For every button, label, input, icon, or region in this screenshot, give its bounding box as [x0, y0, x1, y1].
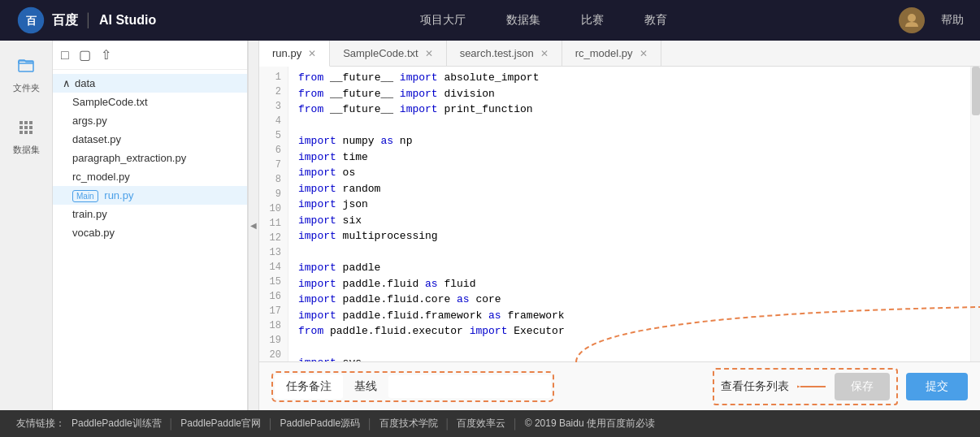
svg-text:百: 百	[26, 15, 37, 27]
svg-rect-9	[29, 126, 33, 129]
editor-area: run.py ✕ SampleCode.txt ✕ search.test.js…	[259, 41, 980, 410]
upload-icon[interactable]: ⇧	[101, 47, 111, 63]
baidu-logo-icon: 百	[16, 6, 46, 35]
bottom-bar: 任务备注 基线 查看任务列表 保存 提交	[259, 361, 980, 410]
user-avatar-icon	[902, 11, 921, 30]
brand-name: 百度	[52, 12, 78, 29]
footer-link-0[interactable]: PaddlePaddle训练营	[72, 417, 162, 431]
tab-samplecode-label: SampleCode.txt	[343, 47, 418, 59]
main-content: 文件夹 数据集 □ ▢ ⇧ ∧ data	[0, 41, 980, 410]
nav-right: 帮助	[899, 7, 964, 33]
new-file-icon[interactable]: □	[61, 48, 69, 63]
footer-link-4[interactable]: 百度效率云	[457, 417, 505, 431]
nav-item-education[interactable]: 教育	[644, 9, 667, 32]
tab-samplecode[interactable]: SampleCode.txt ✕	[330, 41, 447, 66]
list-item[interactable]: rc_model.py	[53, 167, 247, 186]
nav-item-competition[interactable]: 比赛	[581, 9, 604, 32]
file-runpy: run.py	[104, 189, 133, 201]
file-dataset: dataset.py	[72, 133, 121, 145]
svg-rect-5	[24, 121, 28, 124]
line-numbers: 123456789101112131415161718192021222324	[259, 67, 288, 361]
sidebar-item-datasets[interactable]	[10, 110, 42, 143]
sidebar-datasets-label: 数据集	[13, 144, 40, 156]
footer: 友情链接： PaddlePaddle训练营 │ PaddlePaddle官网 │…	[0, 410, 980, 437]
sidebar-files-label: 文件夹	[13, 82, 40, 94]
file-tree-header: □ ▢ ⇧	[53, 41, 247, 70]
task-notes-tab[interactable]: 任务备注	[275, 374, 343, 399]
list-item[interactable]: Main run.py	[53, 186, 247, 205]
tab-runpy[interactable]: run.py ✕	[259, 41, 330, 67]
task-input-group: 任务备注 基线	[271, 371, 554, 402]
code-editor[interactable]: 123456789101112131415161718192021222324 …	[259, 67, 980, 361]
list-item[interactable]: dataset.py	[53, 130, 247, 149]
svg-rect-7	[20, 126, 23, 129]
list-item[interactable]: train.py	[53, 205, 247, 223]
file-rcmodel: rc_model.py	[72, 171, 130, 183]
tab-searchtest-close[interactable]: ✕	[540, 48, 549, 59]
tab-rcmodel[interactable]: rc_model.py ✕	[562, 41, 661, 66]
file-args: args.py	[72, 115, 107, 127]
footer-link-2[interactable]: PaddlePaddle源码	[280, 417, 360, 431]
tab-samplecode-close[interactable]: ✕	[425, 48, 433, 59]
view-tasks-button[interactable]: 查看任务列表	[721, 379, 789, 394]
footer-link-3[interactable]: 百度技术学院	[379, 417, 438, 431]
product-name: AI Studio	[99, 13, 156, 28]
new-folder-icon[interactable]: ▢	[79, 47, 91, 63]
help-link[interactable]: 帮助	[941, 13, 964, 28]
collapse-handle[interactable]: ◀	[248, 41, 259, 410]
footer-copyright: © 2019 Baidu 使用百度前必读	[525, 417, 655, 431]
editor-scrollbar[interactable]	[970, 67, 980, 361]
code-content[interactable]: from __future__ import absolute_import f…	[288, 67, 970, 361]
task-input[interactable]	[388, 375, 551, 398]
arrow-left-icon	[797, 379, 826, 395]
file-tree-body: ∧ data SampleCode.txt args.py dataset.py…	[53, 70, 247, 410]
folder-data[interactable]: ∧ data	[53, 74, 247, 93]
top-navigation: 百 百度 │ AI Studio 项目大厅 数据集 比赛 教育 帮助	[0, 0, 980, 41]
svg-rect-6	[29, 121, 33, 124]
nav-item-projects[interactable]: 项目大厅	[420, 9, 466, 32]
svg-point-2	[908, 14, 916, 22]
file-paragraph: paragraph_extraction.py	[72, 152, 186, 164]
list-item[interactable]: vocab.py	[53, 223, 247, 242]
file-vocab: vocab.py	[72, 227, 115, 239]
file-train: train.py	[72, 208, 107, 220]
svg-rect-12	[29, 131, 33, 134]
tab-runpy-label: run.py	[272, 47, 301, 59]
folder-icon	[17, 56, 35, 74]
tab-rcmodel-close[interactable]: ✕	[640, 48, 648, 59]
chevron-down-icon: ∧	[63, 77, 71, 89]
folder-data-label: data	[75, 77, 95, 89]
sidebar: 文件夹 数据集	[0, 41, 53, 410]
file-samplecode: SampleCode.txt	[72, 96, 148, 108]
file-tree: □ ▢ ⇧ ∧ data SampleCode.txt args.py data…	[53, 41, 248, 410]
save-button[interactable]: 保存	[835, 373, 890, 400]
tab-bar: run.py ✕ SampleCode.txt ✕ search.test.js…	[259, 41, 980, 67]
scrollbar-thumb[interactable]	[972, 67, 980, 115]
tab-rcmodel-label: rc_model.py	[575, 47, 633, 59]
baseline-tab[interactable]: 基线	[343, 374, 388, 399]
tab-searchtest-label: search.test.json	[460, 47, 534, 59]
tab-runpy-close[interactable]: ✕	[308, 48, 316, 59]
svg-rect-4	[20, 121, 23, 124]
footer-link-1[interactable]: PaddlePaddle官网	[180, 417, 261, 431]
svg-rect-10	[20, 131, 23, 134]
nav-links: 项目大厅 数据集 比赛 教育	[189, 9, 899, 32]
datasets-icon	[17, 118, 35, 136]
tab-searchtest[interactable]: search.test.json ✕	[447, 41, 562, 66]
list-item[interactable]: paragraph_extraction.py	[53, 149, 247, 167]
svg-rect-11	[24, 131, 28, 134]
footer-prefix: 友情链接：	[16, 417, 65, 431]
nav-item-datasets[interactable]: 数据集	[506, 9, 540, 32]
submit-button[interactable]: 提交	[906, 373, 968, 400]
svg-rect-8	[24, 126, 28, 129]
list-item[interactable]: SampleCode.txt	[53, 93, 247, 111]
list-item[interactable]: args.py	[53, 111, 247, 130]
main-badge: Main	[72, 190, 98, 202]
svg-rect-3	[19, 61, 33, 71]
sidebar-item-files[interactable]	[10, 49, 42, 81]
code-scroll: 123456789101112131415161718192021222324 …	[259, 67, 980, 361]
avatar[interactable]	[899, 7, 925, 33]
logo[interactable]: 百 百度 │ AI Studio	[16, 6, 156, 35]
nav-separator: │	[85, 13, 93, 28]
